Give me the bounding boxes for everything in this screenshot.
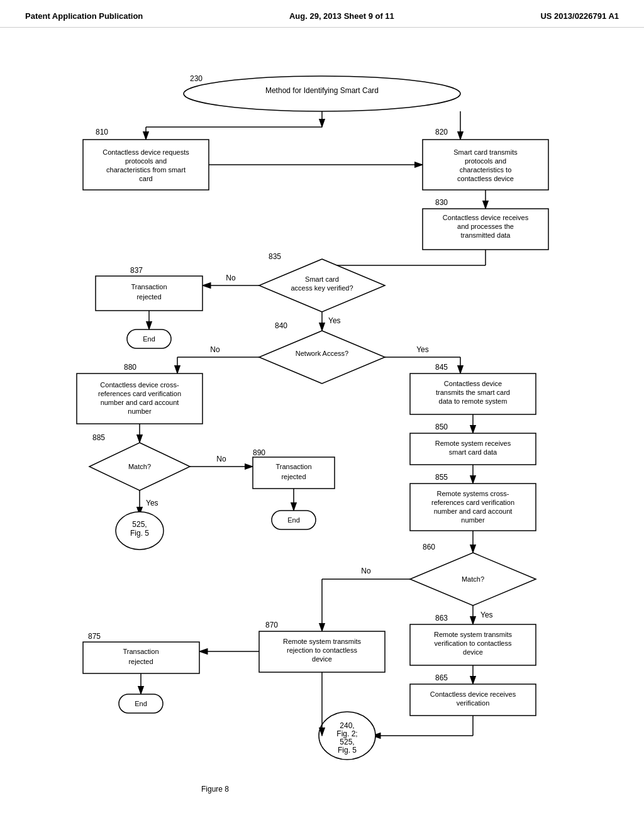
- node-835-id: 835: [269, 252, 281, 261]
- svg-text:Yes: Yes: [480, 611, 493, 619]
- node-837-id: 837: [130, 266, 143, 275]
- svg-text:transmitted data: transmitted data: [461, 231, 511, 239]
- svg-text:Fig. 5: Fig. 5: [338, 746, 357, 755]
- svg-text:Contactless device: Contactless device: [444, 380, 502, 387]
- svg-text:End: End: [143, 335, 155, 343]
- svg-text:number and card account: number and card account: [101, 399, 179, 406]
- node-860-id: 860: [423, 543, 435, 551]
- svg-text:Remote system transmits: Remote system transmits: [283, 638, 362, 645]
- svg-text:Fig. 2;: Fig. 2;: [336, 729, 357, 738]
- title-label: Method for Identifying Smart Card: [265, 86, 379, 95]
- svg-text:transmits the smart card: transmits the smart card: [436, 389, 510, 396]
- svg-text:number: number: [128, 407, 152, 415]
- svg-text:No: No: [210, 345, 220, 354]
- svg-text:number: number: [461, 516, 485, 524]
- svg-text:rejected: rejected: [128, 658, 153, 665]
- header-right: US 2013/0226791 A1: [540, 11, 619, 21]
- svg-text:240,: 240,: [340, 721, 354, 730]
- svg-text:verification: verification: [457, 699, 490, 707]
- node-880-id: 880: [124, 363, 136, 372]
- svg-text:Match?: Match?: [128, 463, 151, 470]
- svg-text:characteristics to: characteristics to: [460, 166, 512, 174]
- svg-text:End: End: [287, 516, 300, 524]
- svg-text:and processes the: and processes the: [457, 223, 514, 230]
- node-830-id: 830: [435, 198, 448, 207]
- svg-text:Yes: Yes: [146, 499, 158, 507]
- svg-text:Match?: Match?: [462, 575, 484, 583]
- svg-text:Remote system receives: Remote system receives: [435, 440, 511, 447]
- node-820-id: 820: [435, 128, 448, 136]
- node-875-id: 875: [88, 632, 101, 641]
- node-810-id: 810: [96, 128, 108, 136]
- node-863-id: 863: [435, 614, 448, 622]
- svg-text:protocols and: protocols and: [465, 157, 506, 165]
- svg-text:Transaction: Transaction: [275, 463, 311, 470]
- svg-text:protocols and: protocols and: [125, 157, 167, 165]
- node-855-id: 855: [435, 473, 448, 482]
- svg-rect-13: [423, 140, 548, 190]
- svg-text:contactless device: contactless device: [457, 175, 514, 182]
- svg-text:Contactless device cross-: Contactless device cross-: [100, 381, 179, 389]
- svg-text:Remote system transmits: Remote system transmits: [434, 631, 513, 638]
- svg-text:number and card account: number and card account: [434, 507, 513, 515]
- svg-rect-5: [83, 140, 209, 190]
- svg-text:access key verified?: access key verified?: [291, 284, 353, 292]
- svg-text:rejected: rejected: [281, 473, 306, 480]
- svg-text:characteristics from smart: characteristics from smart: [106, 166, 186, 174]
- svg-text:Smart card: Smart card: [305, 275, 339, 283]
- svg-marker-38: [259, 331, 385, 384]
- svg-text:Fig. 5: Fig. 5: [130, 529, 149, 538]
- svg-text:Yes: Yes: [416, 345, 429, 354]
- svg-text:No: No: [361, 567, 371, 575]
- flowchart-svg: text { font-family: Arial, sans-serif; f…: [20, 40, 624, 820]
- node-890-id: 890: [253, 448, 265, 457]
- svg-text:No: No: [226, 274, 236, 282]
- svg-text:Transaction: Transaction: [131, 283, 167, 290]
- svg-text:525,: 525,: [340, 738, 354, 746]
- svg-text:Contactless device requests: Contactless device requests: [103, 148, 189, 156]
- svg-text:Smart card transmits: Smart card transmits: [453, 148, 518, 156]
- svg-text:Remote systems cross-: Remote systems cross-: [437, 490, 509, 497]
- node-850-id: 850: [435, 423, 448, 431]
- header-left: Patent Application Publication: [25, 11, 143, 21]
- svg-text:End: End: [135, 700, 147, 707]
- svg-text:card: card: [139, 175, 152, 182]
- svg-text:Contactless device receives: Contactless device receives: [430, 690, 516, 698]
- svg-text:rejected: rejected: [136, 293, 161, 301]
- svg-text:data to remote system: data to remote system: [439, 397, 508, 405]
- node-840-id: 840: [275, 321, 287, 330]
- node-865-id: 865: [435, 673, 448, 682]
- svg-text:Contactless device receives: Contactless device receives: [443, 214, 529, 221]
- svg-text:Network Access?: Network Access?: [296, 350, 348, 357]
- svg-text:Transaction: Transaction: [123, 648, 158, 655]
- node-230-label: 230: [190, 74, 203, 83]
- figure-label: Figure 8: [201, 785, 229, 794]
- svg-text:rejection to contactless: rejection to contactless: [287, 646, 357, 654]
- node-870-id: 870: [265, 621, 278, 629]
- node-845-id: 845: [435, 363, 448, 372]
- svg-text:smart card data: smart card data: [449, 448, 497, 456]
- svg-text:Yes: Yes: [328, 316, 341, 325]
- svg-text:references card verification: references card verification: [431, 499, 514, 506]
- svg-text:device: device: [312, 655, 332, 663]
- diagram-area: text { font-family: Arial, sans-serif; f…: [0, 28, 644, 830]
- header-center: Aug. 29, 2013 Sheet 9 of 11: [289, 11, 394, 21]
- svg-text:525,: 525,: [132, 520, 147, 529]
- svg-text:No: No: [216, 455, 226, 463]
- node-885-id: 885: [92, 433, 105, 442]
- page-header: Patent Application Publication Aug. 29, …: [0, 0, 644, 28]
- svg-text:device: device: [463, 648, 483, 656]
- svg-text:verification to contactless: verification to contactless: [435, 639, 512, 647]
- svg-text:references card verification: references card verification: [98, 390, 181, 397]
